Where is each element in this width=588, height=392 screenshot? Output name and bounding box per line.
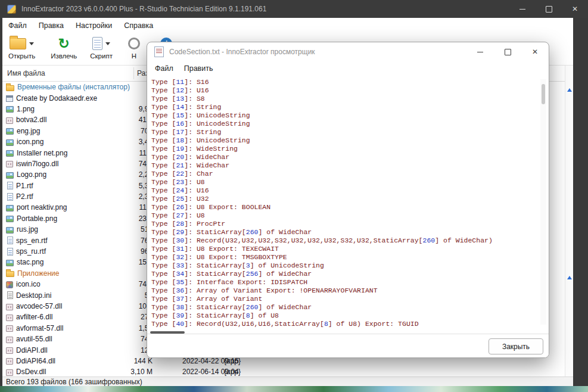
viewer-line: Type [38]: StaticArray[260] of WideChar bbox=[151, 303, 537, 312]
ico-icon bbox=[6, 281, 13, 288]
dll-icon bbox=[6, 161, 13, 167]
viewer-line: Type [34]: StaticArray[256] of WideChar bbox=[151, 270, 537, 278]
viewer-line: Type [25]: U32 bbox=[151, 195, 537, 203]
image-icon bbox=[6, 216, 14, 222]
status-text: Всего 193 файлов (166 зашифрованных) bbox=[6, 378, 142, 386]
minimize-icon bbox=[477, 52, 483, 52]
file-size: 41,0 bbox=[92, 116, 153, 124]
file-size: 272 bbox=[92, 313, 153, 321]
column-divider[interactable] bbox=[133, 67, 134, 79]
file-row[interactable]: DsDev.dll3,10 M2022-06-14 09:04{app} bbox=[2, 366, 565, 377]
open-button[interactable]: Открыть bbox=[6, 35, 38, 61]
menu-file[interactable]: Файл bbox=[2, 18, 33, 33]
script-button[interactable]: Скрипт bbox=[88, 35, 115, 61]
file-name: Logo.png bbox=[17, 170, 46, 179]
file-size: 23,4 bbox=[92, 214, 153, 223]
file-name: avcodec-57.dll bbox=[16, 302, 62, 310]
menu-settings[interactable]: Настройки bbox=[70, 18, 118, 33]
viewer-line: Type [27]: U8 bbox=[151, 211, 537, 220]
search-icon bbox=[128, 38, 140, 49]
viewer-line: Type [33]: StaticArray[3] of UnicodeStri… bbox=[151, 262, 537, 270]
main-menubar: Файл Правка Настройки Справка bbox=[2, 18, 573, 33]
scroll-up-icon[interactable] bbox=[567, 276, 572, 279]
status-bar: Всего 193 файлов (166 зашифрованных) bbox=[2, 377, 573, 386]
file-size: 51 bbox=[92, 291, 153, 300]
folder-icon bbox=[6, 271, 14, 277]
image-icon bbox=[6, 128, 14, 135]
viewer-line: Type [21]: WideChar bbox=[151, 161, 537, 170]
file-name: botva2.dll bbox=[16, 116, 46, 124]
file-size: 704 bbox=[92, 127, 153, 135]
column-filename[interactable]: Имя файла bbox=[7, 69, 45, 77]
viewer-menubar: Файл Править bbox=[147, 61, 549, 76]
close-button[interactable]: ✕ bbox=[562, 0, 588, 18]
viewer-maximize-button[interactable] bbox=[494, 42, 521, 61]
desktop-background bbox=[0, 386, 588, 392]
extract-button[interactable]: ↻ Извлечь bbox=[48, 35, 79, 61]
file-path: {app} bbox=[224, 357, 241, 365]
search-button-label: Н bbox=[132, 52, 136, 60]
folder-icon bbox=[6, 85, 14, 91]
script-dropdown-icon[interactable] bbox=[105, 42, 110, 45]
rtf-icon bbox=[7, 182, 13, 189]
viewer-menu-edit[interactable]: Править bbox=[179, 64, 219, 73]
viewer-line: Type [18]: UnicodeString bbox=[151, 136, 537, 145]
viewer-close-button[interactable]: ✕ bbox=[521, 42, 549, 61]
minimize-button[interactable] bbox=[509, 0, 536, 18]
viewer-window: CodeSection.txt - InnoExtractor просмотр… bbox=[147, 42, 549, 358]
file-name: rus.jpg bbox=[17, 225, 38, 234]
open-folder-icon bbox=[10, 38, 26, 49]
viewer-window-controls: ✕ bbox=[466, 42, 549, 61]
file-size: 5,30 bbox=[92, 182, 153, 190]
open-dropdown-icon[interactable] bbox=[29, 42, 34, 45]
ini-icon bbox=[7, 291, 13, 299]
viewer-close-action-button[interactable]: Закрыть bbox=[489, 338, 543, 354]
file-name: Временные файлы (инсталлятор) bbox=[17, 83, 130, 91]
image-icon bbox=[6, 150, 14, 157]
file-name: Create by Dodakaedr.exe bbox=[16, 94, 97, 102]
maximize-button[interactable] bbox=[536, 0, 562, 18]
file-name: Приложение bbox=[17, 269, 59, 278]
viewer-vscroll-thumb[interactable] bbox=[542, 84, 545, 104]
file-name: P2.rtf bbox=[16, 192, 33, 201]
menu-edit[interactable]: Правка bbox=[33, 18, 70, 33]
scroll-up-icon[interactable] bbox=[567, 88, 572, 92]
file-size: 11,9 bbox=[92, 149, 153, 157]
rtf-icon bbox=[7, 237, 13, 244]
open-button-label: Открыть bbox=[8, 52, 35, 60]
image-icon bbox=[6, 172, 14, 179]
exe-icon bbox=[6, 95, 13, 102]
app-icon bbox=[7, 5, 16, 14]
file-name: Portable.png bbox=[17, 214, 57, 223]
file-size: 969 bbox=[92, 247, 153, 256]
image-icon bbox=[6, 227, 14, 234]
viewer-line: Type [39]: StaticArray[8] of U8 bbox=[151, 312, 537, 320]
search-button[interactable]: Н bbox=[126, 35, 142, 61]
image-icon bbox=[6, 260, 14, 266]
file-name: DdiAPI64.dll bbox=[16, 357, 55, 365]
dll-icon bbox=[6, 337, 13, 343]
file-path: {app} bbox=[224, 368, 241, 376]
file-name: DdiAPI.dll bbox=[16, 346, 48, 354]
viewer-menu-file[interactable]: Файл bbox=[150, 64, 179, 73]
file-size: 518 bbox=[92, 225, 153, 234]
dll-icon bbox=[6, 347, 13, 354]
file-name: DsDev.dll bbox=[16, 368, 46, 376]
viewer-line: Type [17]: String bbox=[151, 128, 537, 136]
viewer-titlebar: CodeSection.txt - InnoExtractor просмотр… bbox=[147, 42, 549, 61]
file-size: 3,10 M bbox=[92, 368, 153, 376]
viewer-line: Type [12]: U16 bbox=[151, 86, 537, 95]
viewer-line: Type [28]: ProcPtr bbox=[151, 220, 537, 228]
dll-icon bbox=[6, 325, 13, 332]
viewer-vertical-scrollbar[interactable] bbox=[540, 79, 546, 325]
viewer-minimize-button[interactable] bbox=[466, 42, 494, 61]
dll-icon bbox=[6, 117, 13, 124]
viewer-line: Type [24]: U16 bbox=[151, 186, 537, 195]
viewer-line: Type [16]: UnicodeString bbox=[151, 120, 537, 128]
main-window-controls: ✕ bbox=[509, 0, 588, 18]
main-scrollbar[interactable] bbox=[565, 66, 573, 377]
menu-help[interactable]: Справка bbox=[118, 18, 159, 33]
file-size: 74,4 bbox=[92, 280, 153, 288]
viewer-line: Type [22]: Char bbox=[151, 170, 537, 178]
viewer-line: Type [13]: S8 bbox=[151, 95, 537, 103]
